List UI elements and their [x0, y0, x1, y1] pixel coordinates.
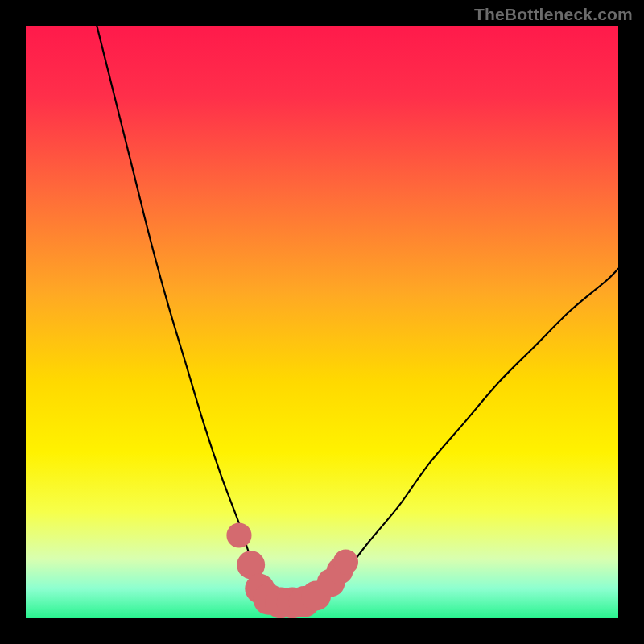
bottleneck-chart: [26, 26, 618, 618]
watermark-text: TheBottleneck.com: [474, 5, 633, 24]
plot-area: [26, 26, 618, 618]
gradient-background: [26, 26, 618, 618]
chart-frame: TheBottleneck.com: [0, 0, 644, 644]
curve-marker: [226, 522, 251, 547]
curve-marker: [333, 550, 358, 575]
